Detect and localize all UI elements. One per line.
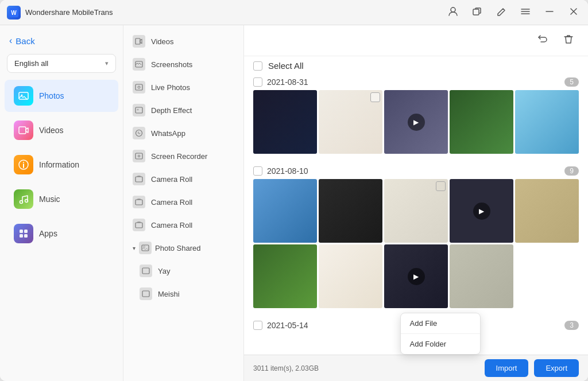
edit-button[interactable] xyxy=(494,4,509,21)
camera-roll-1-mid-icon xyxy=(133,173,145,185)
export-button[interactable]: Export xyxy=(534,359,579,377)
date-count-3: 3 xyxy=(564,321,579,330)
middle-item-camera-roll-2[interactable]: Camera Roll xyxy=(123,190,243,213)
middle-screenshots-label: Screenshots xyxy=(151,60,192,69)
back-label: Back xyxy=(16,36,34,46)
photo-thumb[interactable] xyxy=(253,90,317,154)
menu-button[interactable] xyxy=(518,4,533,21)
photo-thumb[interactable] xyxy=(450,244,513,308)
svg-rect-36 xyxy=(142,291,149,297)
svg-point-16 xyxy=(25,200,28,203)
svg-rect-20 xyxy=(24,234,28,238)
middle-panel: Videos Screenshots Live Photos Depth Eff… xyxy=(123,25,244,381)
photo-thumb[interactable]: ▶ xyxy=(450,179,513,243)
photos-main-area: Select All 2021-08-31 5 xyxy=(244,25,588,381)
svg-rect-10 xyxy=(19,92,28,99)
add-file-item[interactable]: Add File xyxy=(401,313,480,334)
middle-live-photos-label: Live Photos xyxy=(151,83,190,92)
svg-text:W: W xyxy=(11,10,17,16)
svg-rect-31 xyxy=(136,200,142,205)
photo-thumb[interactable]: ▶ xyxy=(384,244,448,308)
back-button[interactable]: ‹ Back xyxy=(0,31,123,54)
middle-item-screen-recorder[interactable]: Screen Recorder xyxy=(123,145,243,168)
svg-rect-3 xyxy=(473,9,479,15)
device-dropdown-label: English all xyxy=(14,59,48,68)
photo-thumb[interactable] xyxy=(384,179,448,243)
sidebar-item-information[interactable]: Information xyxy=(5,149,118,181)
photo-thumb[interactable] xyxy=(319,90,382,154)
chevron-down-icon: ▾ xyxy=(105,60,109,67)
svg-rect-25 xyxy=(136,107,142,113)
photos-icon xyxy=(14,86,33,106)
date-section-2: 2021-08-10 9 ▶ xyxy=(253,162,579,308)
middle-item-screenshots[interactable]: Screenshots xyxy=(123,53,243,76)
date-checkbox-3[interactable] xyxy=(253,321,262,330)
svg-rect-32 xyxy=(136,223,142,228)
date-count-1: 5 xyxy=(564,77,579,87)
date-count-2: 9 xyxy=(564,166,579,176)
apps-label: Apps xyxy=(39,229,57,238)
device-dropdown[interactable]: English all ▾ xyxy=(7,54,116,73)
add-dropdown-menu: Add File Add Folder xyxy=(400,313,481,355)
app-title: Wondershare MobileTrans xyxy=(25,8,446,17)
sidebar-item-videos[interactable]: Videos xyxy=(5,114,118,146)
sidebar-item-apps[interactable]: Apps xyxy=(5,217,118,250)
middle-item-camera-roll-1[interactable]: Camera Roll xyxy=(123,168,243,190)
delete-button[interactable] xyxy=(558,31,579,50)
sidebar-item-music[interactable]: Music xyxy=(5,183,118,215)
photo-shared-arrow-icon: ▾ xyxy=(133,245,136,251)
undo-button[interactable] xyxy=(532,31,552,50)
info-icon xyxy=(14,155,33,174)
svg-rect-30 xyxy=(136,177,142,182)
middle-videos-label: Videos xyxy=(151,37,174,46)
add-folder-item[interactable]: Add Folder xyxy=(401,334,480,354)
meishi-label: Meishi xyxy=(158,290,180,298)
photo-thumb[interactable] xyxy=(319,244,382,308)
middle-item-depth-effect[interactable]: Depth Effect xyxy=(123,99,243,122)
yay-label: Yay xyxy=(158,267,170,275)
app-icon: W xyxy=(7,6,21,20)
windows-button[interactable] xyxy=(470,4,485,21)
sidebar-item-photos[interactable]: Photos xyxy=(5,80,118,112)
middle-item-meishi[interactable]: Meishi xyxy=(123,282,243,305)
middle-camera-roll-3-label: Camera Roll xyxy=(151,221,192,230)
middle-item-yay[interactable]: Yay xyxy=(123,259,243,282)
middle-item-live-photos[interactable]: Live Photos xyxy=(123,76,243,99)
import-button[interactable]: Import xyxy=(485,359,529,377)
svg-point-29 xyxy=(138,155,141,158)
photo-thumb[interactable] xyxy=(253,244,317,308)
profile-button[interactable] xyxy=(446,4,461,21)
photo-thumb[interactable] xyxy=(515,90,579,154)
date-label-1: 2021-08-31 xyxy=(267,77,308,87)
photo-shared-label: Photo Shared xyxy=(155,244,201,252)
date-checkbox-1[interactable] xyxy=(253,77,262,87)
back-arrow-icon: ‹ xyxy=(9,36,12,46)
camera-roll-2-mid-icon xyxy=(133,196,145,208)
close-button[interactable] xyxy=(566,4,581,21)
date-section-1: 2021-08-31 5 ▶ xyxy=(253,73,579,154)
select-all-checkbox[interactable] xyxy=(253,61,262,71)
photo-shared-header[interactable]: ▾ Photo Shared xyxy=(123,236,243,259)
music-icon xyxy=(14,189,33,209)
window-controls xyxy=(446,4,581,21)
date-checkbox-2[interactable] xyxy=(253,166,262,176)
photo-thumb[interactable] xyxy=(253,179,317,243)
photo-thumb[interactable]: ▶ xyxy=(384,90,448,154)
svg-rect-35 xyxy=(142,268,149,274)
middle-item-whatsapp[interactable]: WhatsApp xyxy=(123,122,243,145)
photo-thumb[interactable] xyxy=(450,90,513,154)
date-header-2: 2021-08-10 9 xyxy=(253,162,579,179)
minimize-button[interactable] xyxy=(542,4,557,21)
play-icon: ▶ xyxy=(473,203,490,220)
screenshots-mid-icon xyxy=(133,58,145,71)
photo-grid-2: ▶ xyxy=(253,179,579,243)
apps-icon xyxy=(14,224,33,243)
svg-point-24 xyxy=(138,86,140,88)
play-icon: ▶ xyxy=(408,114,425,131)
photo-grid-2b: ▶ xyxy=(253,244,579,308)
photo-thumb[interactable] xyxy=(515,179,579,243)
photo-thumb[interactable] xyxy=(319,179,382,243)
middle-item-videos[interactable]: Videos xyxy=(123,30,243,53)
middle-item-camera-roll-3[interactable]: Camera Roll xyxy=(123,213,243,236)
camera-roll-3-mid-icon xyxy=(133,219,145,231)
